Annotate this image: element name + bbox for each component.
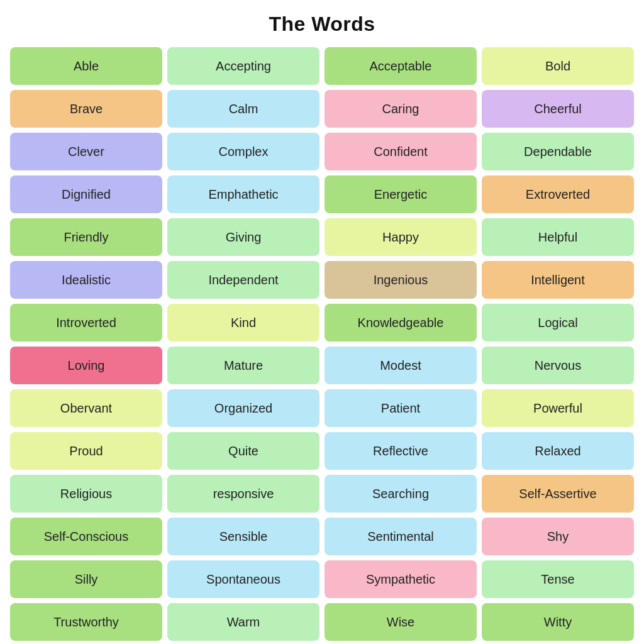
word-cell: Extroverted	[482, 175, 634, 213]
word-cell: Spontaneous	[167, 560, 319, 598]
word-cell: Mature	[167, 347, 319, 384]
word-cell: Friendly	[10, 218, 162, 256]
word-cell: Sympathetic	[325, 560, 477, 598]
word-cell: Trustworthy	[10, 603, 162, 641]
word-cell: Logical	[482, 304, 634, 341]
word-cell: Giving	[167, 218, 319, 256]
word-cell: Ingenious	[325, 261, 477, 299]
word-cell: Acceptable	[325, 47, 477, 85]
word-cell: Self-Conscious	[10, 518, 162, 555]
word-cell: Dignified	[10, 175, 162, 213]
word-cell: Intelligent	[482, 261, 634, 299]
word-cell: Idealistic	[10, 261, 162, 299]
word-cell: Warm	[167, 603, 319, 641]
word-cell: Emphathetic	[167, 175, 319, 213]
word-cell: Reflective	[325, 432, 477, 470]
word-cell: Brave	[10, 90, 162, 128]
word-cell: Modest	[325, 347, 477, 384]
word-cell: Dependable	[482, 133, 634, 170]
word-cell: Loving	[10, 347, 162, 384]
word-cell: Nervous	[482, 347, 634, 384]
word-cell: Cheerful	[482, 90, 634, 128]
word-cell: Caring	[325, 90, 477, 128]
word-cell: Confident	[325, 133, 477, 170]
page-title: The Words	[269, 13, 375, 36]
word-cell: Silly	[10, 560, 162, 598]
word-cell: Religious	[10, 475, 162, 513]
word-cell: Accepting	[167, 47, 319, 85]
word-cell: Bold	[482, 47, 634, 85]
word-cell: Proud	[10, 432, 162, 470]
word-cell: Wise	[325, 603, 477, 641]
word-cell: Helpful	[482, 218, 634, 256]
word-cell: Organized	[167, 389, 319, 427]
word-cell: Calm	[167, 90, 319, 128]
word-cell: Witty	[482, 603, 634, 641]
word-cell: Sensible	[167, 518, 319, 555]
word-cell: Independent	[167, 261, 319, 299]
word-cell: Complex	[167, 133, 319, 170]
word-cell: Obervant	[10, 389, 162, 427]
word-cell: Clever	[10, 133, 162, 170]
word-cell: responsive	[167, 475, 319, 513]
word-grid: AbleAcceptingAcceptableBoldBraveCalmCari…	[10, 47, 634, 641]
word-cell: Sentimental	[325, 518, 477, 555]
word-cell: Able	[10, 47, 162, 85]
word-cell: Happy	[325, 218, 477, 256]
word-cell: Searching	[325, 475, 477, 513]
word-cell: Self-Assertive	[482, 475, 634, 513]
word-cell: Kind	[167, 304, 319, 341]
word-cell: Patient	[325, 389, 477, 427]
word-cell: Powerful	[482, 389, 634, 427]
word-cell: Quite	[167, 432, 319, 470]
word-cell: Shy	[482, 518, 634, 555]
word-cell: Energetic	[325, 175, 477, 213]
word-cell: Knowledgeable	[325, 304, 477, 341]
word-cell: Introverted	[10, 304, 162, 341]
word-cell: Tense	[482, 560, 634, 598]
word-cell: Relaxed	[482, 432, 634, 470]
